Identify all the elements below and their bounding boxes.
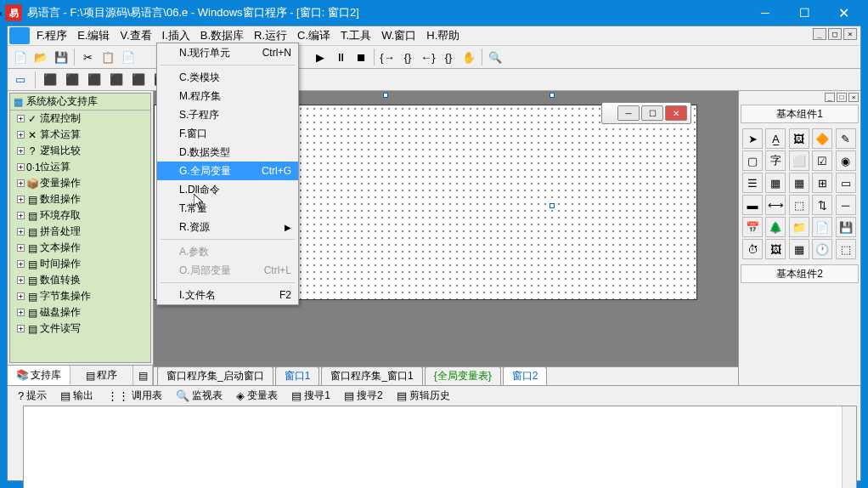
step-out-icon[interactable]: ←} [419, 48, 437, 66]
pause-icon[interactable]: ⏸ [331, 48, 350, 66]
align-left-icon[interactable]: ⬛ [41, 71, 59, 89]
open-icon[interactable]: 📂 [31, 48, 50, 66]
tab-icon[interactable]: ▭ [836, 173, 856, 193]
doc-tab[interactable]: 窗口程序集_窗口1 [321, 366, 422, 385]
tree-item[interactable]: +▤文件读写 [10, 321, 150, 337]
image-icon[interactable]: 🖼 [765, 239, 786, 259]
copy-icon[interactable]: 📋 [99, 48, 117, 66]
doc-tab[interactable]: 窗口程序集_启动窗口 [157, 366, 273, 385]
bottom-tab[interactable]: ?提示 [11, 387, 54, 405]
breakpoint-icon[interactable]: {} [439, 48, 458, 66]
menu-view[interactable]: V.查看 [115, 26, 156, 45]
bottom-tab[interactable]: ▤剪辑历史 [390, 387, 457, 405]
clock-icon[interactable]: 🕐 [812, 239, 832, 259]
form-max-icon[interactable]: ☐ [641, 105, 663, 121]
panel-close-icon[interactable]: × [848, 93, 859, 102]
dropdown-item[interactable]: G.全局变量Ctrl+G [157, 162, 298, 180]
date-icon[interactable]: 📅 [742, 217, 763, 237]
combo-icon[interactable]: ▦ [765, 173, 786, 193]
edit-icon[interactable]: ✎ [836, 128, 856, 149]
tree-item[interactable]: +✕算术运算 [10, 127, 150, 143]
output-area[interactable] [23, 406, 857, 488]
button-icon[interactable]: ⬜ [789, 150, 809, 171]
scroll-icon[interactable]: ⬚ [789, 195, 809, 215]
spin-icon[interactable]: ⇅ [812, 195, 832, 215]
bottom-tab[interactable]: ▤搜寻2 [337, 387, 390, 405]
mdi-minimize[interactable]: _ [813, 28, 826, 40]
bottom-tab[interactable]: ▤搜寻1 [285, 387, 337, 405]
menu-window[interactable]: W.窗口 [376, 26, 421, 45]
table-icon[interactable]: ⊞ [812, 173, 832, 193]
menu-file[interactable]: F.程序 [31, 26, 72, 45]
step-over-icon[interactable]: {} [398, 48, 417, 66]
find-icon[interactable]: 🔍 [486, 48, 504, 66]
tree-item[interactable]: +0·1位运算 [10, 159, 150, 175]
panel-max-icon[interactable]: □ [837, 93, 847, 102]
tab-library[interactable]: 📚支持库 [8, 366, 70, 385]
close-button[interactable]: ✕ [824, 1, 863, 25]
maximize-button[interactable]: ☐ [785, 1, 824, 25]
shape-icon[interactable]: 🔶 [812, 128, 832, 149]
mdi-restore[interactable]: □ [828, 28, 842, 40]
pointer-icon[interactable]: ➤ [742, 128, 763, 149]
tree-item[interactable]: +▤拼音处理 [10, 224, 150, 240]
align-middle-icon[interactable]: ⬛ [129, 71, 148, 89]
dir-icon[interactable]: 📁 [789, 217, 809, 237]
tree-item[interactable]: +?逻辑比较 [10, 143, 150, 159]
menu-help[interactable]: H.帮助 [421, 26, 465, 45]
paste-icon[interactable]: 📄 [119, 48, 138, 66]
doc-tab[interactable]: 窗口1 [275, 366, 320, 385]
win-icon[interactable]: ▦ [789, 239, 809, 259]
tree-item[interactable]: +▤数值转换 [10, 272, 150, 288]
tab-extra[interactable]: ▤ [133, 366, 153, 385]
drive-icon[interactable]: 💾 [836, 217, 856, 237]
tree-item[interactable]: +▤数组操作 [10, 191, 150, 207]
run-icon[interactable]: ▶ [311, 48, 330, 66]
save-icon[interactable]: 💾 [52, 48, 70, 66]
dropdown-item[interactable]: F.窗口 [157, 124, 298, 143]
menu-tools[interactable]: T.工具 [335, 26, 376, 45]
dropdown-item[interactable]: D.数据类型 [157, 143, 298, 162]
align-right-icon[interactable]: ⬛ [85, 71, 104, 89]
minimize-button[interactable]: ─ [746, 1, 785, 25]
dropdown-item[interactable]: C.类模块 [157, 68, 298, 87]
dropdown-item[interactable]: M.程序集 [157, 87, 298, 105]
line-icon[interactable]: ─ [836, 195, 856, 215]
dropdown-item[interactable]: S.子程序 [157, 105, 298, 124]
step-icon[interactable]: {→ [378, 48, 397, 66]
bottom-tab[interactable]: 🔍监视表 [169, 387, 229, 405]
menu-edit[interactable]: E.编辑 [72, 26, 115, 45]
picture-icon[interactable]: 🖼 [789, 128, 809, 149]
grid-icon[interactable]: ▦ [789, 173, 809, 193]
doc-tab[interactable]: 窗口2 [503, 366, 548, 385]
panel-min-icon[interactable]: _ [825, 93, 835, 102]
tab-program[interactable]: ▤程序 [70, 366, 133, 385]
slider-icon[interactable]: ⟷ [765, 195, 786, 215]
dropdown-item[interactable]: R.资源▶ [157, 218, 298, 236]
list-icon[interactable]: ☰ [742, 173, 763, 193]
doc-tab[interactable]: {全局变量表} [425, 366, 501, 385]
panel-title-2[interactable]: 基本组件2 [741, 264, 859, 283]
cut-icon[interactable]: ✂ [78, 48, 97, 66]
bottom-tab[interactable]: ▤输出 [54, 387, 100, 405]
radio-icon[interactable]: ◉ [836, 150, 856, 171]
text-icon[interactable]: 字 [765, 150, 786, 171]
form-min-icon[interactable]: ─ [617, 105, 640, 121]
tree-item[interactable]: +▤文本操作 [10, 240, 150, 256]
progress-icon[interactable]: ▬ [742, 195, 763, 215]
form-close-icon[interactable]: ✕ [665, 105, 687, 121]
output-close-icon[interactable]: × [0, 8, 6, 20]
dropdown-item[interactable]: I.文件名F2 [157, 286, 298, 304]
tree-item[interactable]: +▤磁盘操作 [10, 304, 150, 321]
align-center-icon[interactable]: ⬛ [63, 71, 82, 89]
tree-item[interactable]: +▤时间操作 [10, 256, 150, 272]
app-menu-icon[interactable] [9, 27, 30, 44]
dropdown-item[interactable]: N.现行单元Ctrl+N [157, 43, 298, 62]
tree-item[interactable]: +📦变量操作 [10, 175, 150, 191]
align-top-icon[interactable]: ⬛ [107, 71, 126, 89]
bottom-tab[interactable]: ⋮⋮调用表 [100, 387, 169, 405]
vscrollbar[interactable] [842, 406, 856, 488]
bottom-tab[interactable]: ◈变量表 [229, 387, 285, 405]
library-tree[interactable]: ▦ 系统核心支持库 +✓流程控制+✕算术运算+?逻辑比较+0·1位运算+📦变量操… [9, 93, 151, 363]
timer-icon[interactable]: ⏱ [742, 239, 763, 259]
